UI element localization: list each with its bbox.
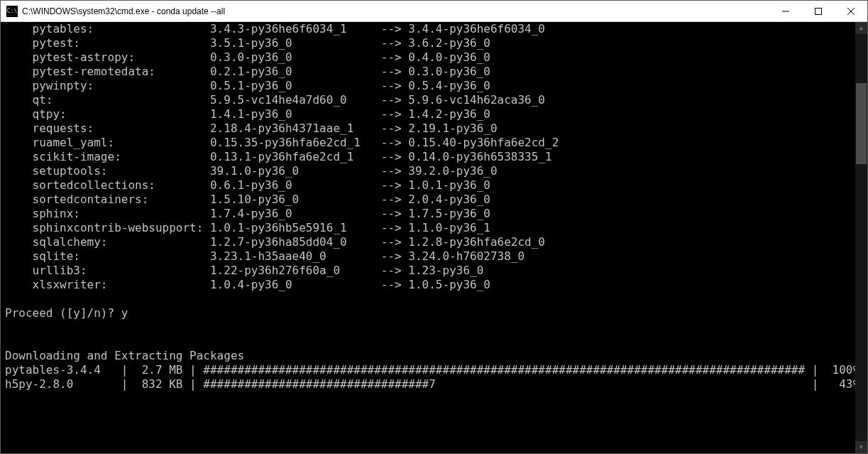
maximize-button[interactable] (802, 1, 835, 21)
minimize-button[interactable] (769, 1, 802, 21)
scrollbar-thumb[interactable] (856, 83, 867, 165)
scrollbar-track[interactable] (855, 34, 867, 441)
cmd-icon: C:\ (6, 6, 18, 17)
window-title: C:\WINDOWS\system32\cmd.exe - conda upda… (22, 6, 769, 16)
scroll-up-arrow-icon[interactable]: ▲ (855, 22, 867, 34)
scrollbar[interactable]: ▲ ▼ (855, 22, 867, 453)
close-button[interactable] (835, 1, 867, 21)
scroll-down-arrow-icon[interactable]: ▼ (855, 441, 867, 453)
terminal-output[interactable]: pytables: 3.4.3-py36he6f6034_1 --> 3.4.4… (1, 22, 855, 453)
svg-rect-1 (815, 8, 822, 14)
window-controls (769, 1, 867, 21)
terminal-area: pytables: 3.4.3-py36he6f6034_1 --> 3.4.4… (1, 22, 867, 453)
cmd-window: C:\ C:\WINDOWS\system32\cmd.exe - conda … (0, 0, 868, 454)
titlebar[interactable]: C:\ C:\WINDOWS\system32\cmd.exe - conda … (1, 1, 867, 22)
